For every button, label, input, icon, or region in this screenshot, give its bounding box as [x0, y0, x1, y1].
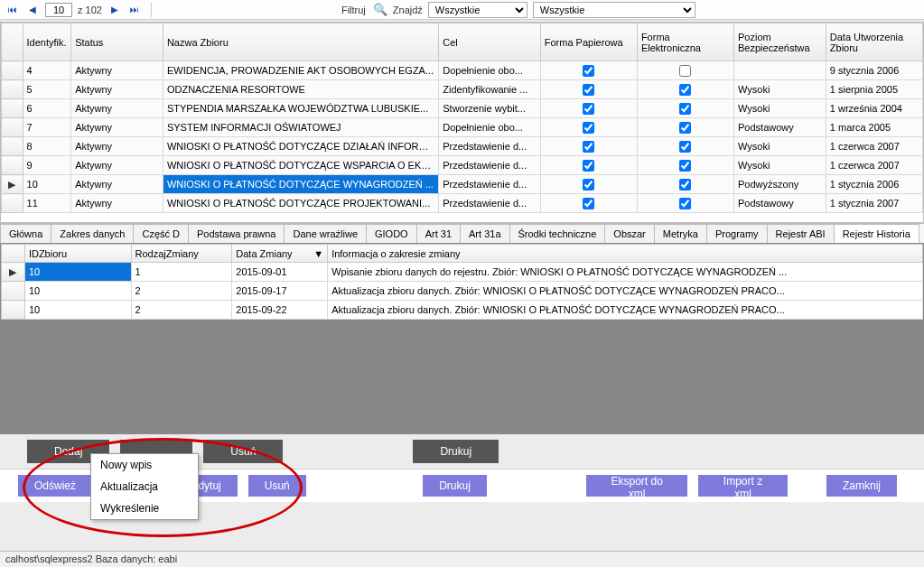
paper-checkbox[interactable] [583, 103, 594, 115]
row-selector[interactable] [2, 118, 23, 137]
electronic-checkbox[interactable] [679, 122, 691, 134]
col-header[interactable]: Cel [439, 23, 541, 61]
tab-zakres-danych[interactable]: Zakres danych [51, 224, 134, 243]
row-selector[interactable] [2, 61, 23, 80]
delete-button[interactable]: Usuń [248, 475, 306, 497]
table-row[interactable]: 9AktywnyWNIOSKI O PŁATNOŚĆ DOTYCZĄCE WSP… [2, 156, 923, 175]
toolbar: ⏮ ◀ z 102 ▶ ⏭ Filtruj 🔍 Znajdź Wszystkie… [0, 0, 924, 20]
row-selector[interactable] [2, 80, 23, 99]
tab-giodo[interactable]: GIODO [366, 224, 417, 243]
export-xml-button[interactable]: Eksport do xml [586, 475, 687, 497]
page-of-label: z 102 [78, 5, 102, 15]
tab-rejestr-abi[interactable]: Rejestr ABI [767, 224, 835, 243]
table-row[interactable]: 1022015-09-22Aktualizacja zbioru danych.… [2, 301, 923, 320]
table-row[interactable]: 7AktywnySYSTEM INFORMACJI OŚWIATOWEJDope… [2, 118, 923, 137]
row-selector[interactable]: ▶ [2, 263, 25, 282]
tab-podstawa-prawna[interactable]: Podstawa prawna [188, 224, 285, 243]
filter-label[interactable]: Filtruj [341, 5, 366, 15]
status-bar: calhost\sqlexpress2 Baza danych: eabi [0, 551, 924, 567]
electronic-checkbox[interactable] [679, 84, 691, 96]
history-grid: IDZbioruRodzajZmianyData Zmiany ▼Informa… [0, 243, 924, 434]
row-selector[interactable] [2, 156, 23, 175]
page-input[interactable] [45, 3, 72, 17]
table-row[interactable]: ▶1012015-09-01Wpisanie zbioru danych do … [2, 263, 923, 282]
col-header[interactable]: Forma Papierowa [540, 23, 637, 61]
table-row[interactable]: 4AktywnyEWIDENCJA, PROWADZENIE AKT OSOBO… [2, 61, 923, 80]
row-selector[interactable] [2, 301, 25, 320]
col-header[interactable]: Identyfik. [23, 23, 71, 61]
electronic-checkbox[interactable] [679, 65, 691, 77]
table-row[interactable]: 1022015-09-17Aktualizacja zbioru danych.… [2, 282, 923, 301]
tab-dane-wrażliwe[interactable]: Dane wrażliwe [284, 224, 367, 243]
first-icon[interactable]: ⏮ [5, 3, 20, 17]
next-icon[interactable]: ▶ [107, 3, 122, 17]
last-icon[interactable]: ⏭ [127, 3, 142, 17]
tab-art-31[interactable]: Art 31 [416, 224, 461, 243]
find-icon[interactable]: 🔍 [373, 3, 387, 16]
prev-icon[interactable]: ◀ [25, 3, 40, 17]
paper-checkbox[interactable] [583, 160, 594, 172]
hist-delete-button[interactable]: Usuń [203, 440, 283, 463]
ctx-wykreślenie[interactable]: Wykreślenie [91, 497, 198, 519]
col-header[interactable]: Data Zmiany ▼ [232, 245, 328, 263]
electronic-checkbox[interactable] [679, 198, 691, 209]
print-button[interactable]: Drukuj [423, 475, 487, 497]
ctx-nowy-wpis[interactable]: Nowy wpis [91, 454, 198, 476]
find-label[interactable]: Znajdź [393, 5, 423, 15]
hist-print-button[interactable]: Drukuj [413, 440, 499, 463]
paper-checkbox[interactable] [583, 65, 594, 77]
electronic-checkbox[interactable] [679, 141, 691, 153]
row-selector[interactable]: ▶ [2, 175, 23, 194]
paper-checkbox[interactable] [583, 141, 594, 153]
table-row[interactable]: 8AktywnyWNIOSKI O PŁATNOŚĆ DOTYCZĄCE DZI… [2, 137, 923, 156]
tab-obszar[interactable]: Obszar [604, 224, 654, 243]
filter-combo-1[interactable]: Wszystkie [428, 2, 527, 18]
col-header[interactable]: Nazwa Zbioru [163, 23, 438, 61]
context-menu: Nowy wpisAktualizacjaWykreślenie [90, 453, 199, 520]
paper-checkbox[interactable] [583, 84, 594, 96]
table-row[interactable]: 5AktywnyODZNACZENIA RESORTOWEZidentyfiko… [2, 80, 923, 99]
electronic-checkbox[interactable] [679, 160, 691, 172]
row-selector[interactable] [2, 282, 25, 301]
tab-środki-techniczne[interactable]: Środki techniczne [509, 224, 606, 243]
tab-art-31a[interactable]: Art 31a [460, 224, 509, 243]
tab-programy[interactable]: Programy [706, 224, 768, 243]
row-selector[interactable] [2, 194, 23, 213]
col-header[interactable]: Informacja o zakresie zmiany [328, 245, 923, 263]
import-xml-button[interactable]: Import z xml [698, 475, 788, 497]
tab-metryka[interactable]: Metryka [654, 224, 707, 243]
main-grid: Identyfik.StatusNazwa ZbioruCelForma Pap… [0, 22, 924, 223]
col-header[interactable]: Forma Elektroniczna [637, 23, 733, 61]
filter-combo-2[interactable]: Wszystkie [533, 2, 695, 18]
paper-checkbox[interactable] [583, 198, 594, 209]
table-row[interactable]: 6AktywnySTYPENDIA MARSZAŁKA WOJEWÓDZTWA … [2, 99, 923, 118]
paper-checkbox[interactable] [583, 122, 594, 134]
col-header[interactable]: IDZbioru [24, 245, 131, 263]
paper-checkbox[interactable] [583, 179, 594, 191]
col-header[interactable]: Poziom Bezpieczeństwa [734, 23, 826, 61]
electronic-checkbox[interactable] [679, 179, 691, 191]
refresh-button[interactable]: Odśwież [18, 475, 92, 497]
tab-rejestr-historia[interactable]: Rejestr Historia [834, 224, 919, 243]
row-selector[interactable] [2, 99, 23, 118]
col-header[interactable]: RodzajZmiany [131, 245, 232, 263]
table-row[interactable]: ▶10AktywnyWNIOSKI O PŁATNOŚĆ DOTYCZĄCE W… [2, 175, 923, 194]
col-header[interactable]: Status [71, 23, 163, 61]
tab-główna[interactable]: Główna [0, 224, 51, 243]
col-header[interactable]: Data Utworzenia Zbioru [826, 23, 922, 61]
electronic-checkbox[interactable] [679, 103, 691, 115]
table-row[interactable]: 11AktywnyWNIOSKI O PŁATNOŚĆ DOTYCZĄCE PR… [2, 194, 923, 213]
close-button[interactable]: Zamknij [826, 475, 897, 497]
tab-strip: GłównaZakres danychCzęść DPodstawa prawn… [0, 223, 924, 243]
ctx-aktualizacja[interactable]: Aktualizacja [91, 476, 198, 497]
row-selector[interactable] [2, 137, 23, 156]
tab-część-d[interactable]: Część D [133, 224, 189, 243]
